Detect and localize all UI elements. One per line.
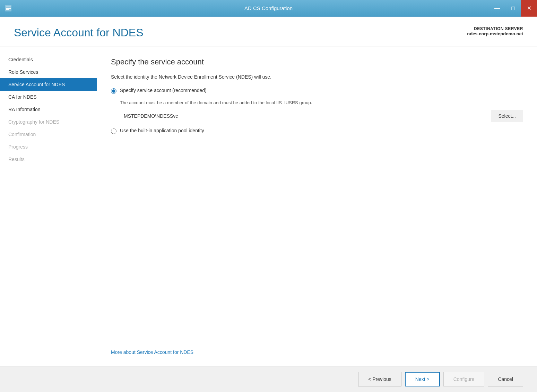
account-input-row: Select... — [120, 110, 523, 122]
sidebar-item-confirmation: Confirmation — [0, 128, 97, 141]
next-button[interactable]: Next > — [405, 372, 440, 386]
previous-button[interactable]: < Previous — [358, 372, 401, 386]
radio-specify-account[interactable] — [111, 88, 116, 94]
radio-option-2: Use the built-in application pool identi… — [111, 128, 523, 134]
description-text: Select the identity the Network Device E… — [111, 73, 523, 81]
radio-specify-account-label[interactable]: Specify service account (recommended) — [120, 88, 207, 93]
minimize-button[interactable]: — — [489, 0, 505, 17]
sidebar-item-ra-information[interactable]: RA Information — [0, 103, 97, 116]
app-icon — [4, 4, 12, 12]
svg-rect-3 — [6, 9, 9, 10]
sidebar-item-role-services[interactable]: Role Services — [0, 66, 97, 78]
window-controls: — □ ✕ — [489, 0, 537, 17]
radio-option-1: Specify service account (recommended) — [111, 88, 523, 94]
cancel-button[interactable]: Cancel — [488, 372, 523, 386]
window-title: AD CS Configuration — [244, 5, 293, 11]
destination-server-label: DESTINATION SERVER — [467, 26, 523, 31]
title-bar: AD CS Configuration — □ ✕ — [0, 0, 537, 17]
destination-server-info: DESTINATION SERVER ndes.corp.mstepdemo.n… — [467, 26, 523, 36]
footer: < Previous Next > Configure Cancel — [0, 366, 537, 392]
destination-server-value: ndes.corp.mstepdemo.net — [467, 31, 523, 36]
more-about-link[interactable]: More about Service Account for NDES — [111, 342, 523, 355]
account-input-field[interactable] — [120, 110, 488, 122]
radio-1-sub-content: The account must be a member of the doma… — [120, 99, 523, 122]
svg-rect-2 — [6, 8, 11, 9]
sidebar-item-credentials[interactable]: Credentials — [0, 53, 97, 66]
sidebar: CredentialsRole ServicesService Account … — [0, 46, 97, 366]
section-title: Specify the service account — [111, 57, 523, 66]
page-title: Service Account for NDES — [14, 26, 143, 39]
sidebar-item-service-account-for-ndes[interactable]: Service Account for NDES — [0, 78, 97, 91]
select-account-button[interactable]: Select... — [491, 110, 523, 122]
sidebar-item-progress: Progress — [0, 141, 97, 153]
main-content: Specify the service account Select the i… — [97, 46, 537, 366]
header-area: Service Account for NDES DESTINATION SER… — [0, 17, 537, 46]
svg-rect-1 — [6, 7, 11, 7]
configure-button[interactable]: Configure — [443, 372, 485, 386]
title-bar-left — [4, 4, 12, 12]
sidebar-item-results: Results — [0, 153, 97, 166]
close-button[interactable]: ✕ — [521, 0, 537, 17]
radio-builtin-pool[interactable] — [111, 128, 116, 134]
main-window: Service Account for NDES DESTINATION SER… — [0, 17, 537, 392]
radio-1-description: The account must be a member of the doma… — [120, 99, 523, 106]
radio-builtin-pool-label[interactable]: Use the built-in application pool identi… — [120, 128, 204, 133]
sidebar-item-cryptography-for-ndes: Cryptography for NDES — [0, 116, 97, 128]
content-area: CredentialsRole ServicesService Account … — [0, 46, 537, 366]
sidebar-item-ca-for-ndes[interactable]: CA for NDES — [0, 91, 97, 103]
maximize-button[interactable]: □ — [505, 0, 521, 17]
